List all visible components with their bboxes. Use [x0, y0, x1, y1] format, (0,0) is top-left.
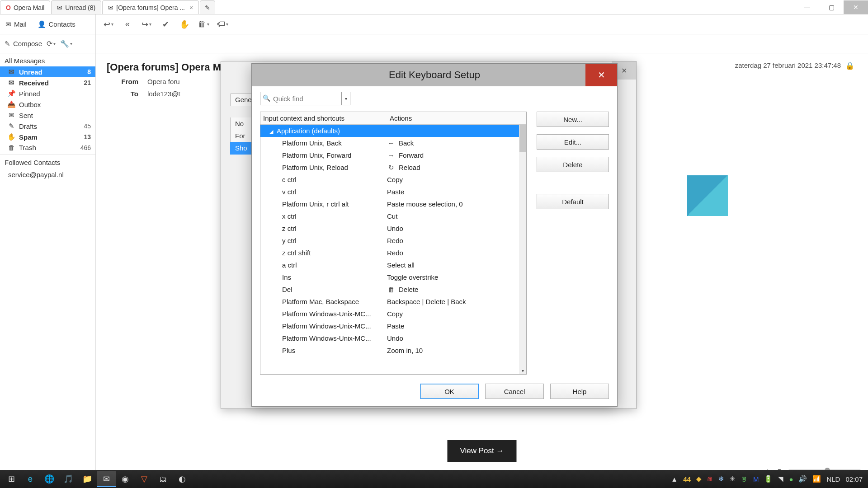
sidebar-item-received[interactable]: ✉Received21 — [0, 77, 95, 88]
tray-volume-icon[interactable]: 🔊 — [798, 475, 807, 483]
shortcut-row[interactable]: InsToggle overstrike — [260, 271, 519, 283]
tab-forum[interactable]: ✉ [Opera forums] Opera ... × — [102, 0, 199, 14]
shortcut-row[interactable]: Del🗑Delete — [260, 283, 519, 296]
start-button[interactable]: ⊞ — [2, 471, 21, 487]
sidebar-item-outbox[interactable]: 📤Outbox — [0, 99, 95, 110]
search-dropdown-button[interactable]: ▾ — [341, 92, 350, 105]
help-button[interactable]: Help — [550, 384, 609, 399]
tray-m-icon[interactable]: M — [753, 475, 759, 483]
shortcut-row[interactable]: v ctrlPaste — [260, 186, 519, 198]
app-tab-opera-mail[interactable]: O Opera Mail — [0, 0, 50, 14]
shortcut-row[interactable]: Platform Unix, r ctrl altPaste mouse sel… — [260, 198, 519, 210]
shortcut-group-application[interactable]: ◢Application (defaults) — [260, 125, 519, 137]
shortcut-action: Paste mouse selection, 0 — [387, 200, 463, 208]
shortcut-row[interactable]: c ctrlCopy — [260, 174, 519, 186]
tray-shield-icon[interactable]: ◆ — [696, 475, 702, 483]
close-tab-icon[interactable]: × — [189, 4, 193, 11]
tab-unread[interactable]: ✉ Unread (8) — [51, 0, 101, 14]
cancel-button[interactable]: Cancel — [485, 384, 544, 399]
tray-status-icon[interactable]: ● — [789, 475, 793, 483]
sidebar-all-messages[interactable]: All Messages — [0, 55, 95, 66]
edit-button[interactable]: Edit... — [537, 134, 609, 150]
shortcut-row[interactable]: x ctrlCut — [260, 210, 519, 222]
tray-temperature[interactable]: 44 — [683, 475, 691, 483]
app-icon[interactable]: ◐ — [173, 471, 192, 487]
list-scrollbar[interactable]: ▾ — [519, 125, 526, 374]
sync-button[interactable]: ⟳▾ — [47, 39, 56, 48]
folder-icon: 🗑 — [7, 144, 15, 151]
view-post-button[interactable]: View Post → — [447, 440, 516, 462]
forward-button[interactable]: ↪▾ — [137, 15, 156, 33]
sidebar-followed-contacts[interactable]: Followed Contacts — [0, 157, 95, 168]
shortcut-key: a ctrl — [260, 261, 387, 269]
tray-app3-icon[interactable]: ◥ — [778, 475, 783, 483]
contacts-view-button[interactable]: 👤Contacts — [32, 14, 81, 34]
brave-icon[interactable]: ▽ — [135, 471, 154, 487]
compose-icon: ✎ — [205, 4, 210, 11]
shortcut-row[interactable]: PlusZoom in, 10 — [260, 344, 519, 357]
sidebar-item-sent[interactable]: ✉Sent — [0, 110, 95, 121]
mark-read-button[interactable]: ✔ — [156, 15, 175, 33]
shortcut-row[interactable]: Platform Windows-Unix-MC...Undo — [260, 332, 519, 344]
reply-button[interactable]: ↩▾ — [99, 15, 118, 33]
reply-all-button[interactable]: « — [118, 15, 137, 33]
mail-icon: ✉ — [108, 4, 113, 11]
chrome-icon[interactable]: ◉ — [116, 471, 135, 487]
shortcut-row[interactable]: y ctrlRedo — [260, 235, 519, 247]
shortcut-row[interactable]: Platform Unix, Reload↻Reload — [260, 161, 519, 174]
music-icon[interactable]: 🎵 — [59, 471, 78, 487]
shortcut-row[interactable]: Platform Windows-Unix-MC...Copy — [260, 308, 519, 320]
shortcut-key: Platform Mac, Backspace — [260, 298, 387, 305]
ok-button[interactable]: OK — [420, 384, 479, 399]
shortcut-action: Reload — [399, 164, 420, 171]
mail-view-button[interactable]: ✉Mail — [0, 14, 32, 34]
col-actions[interactable]: Actions — [387, 114, 526, 122]
sidebar-item-spam[interactable]: ✋Spam13 — [0, 131, 95, 142]
tray-language[interactable]: NLD — [826, 475, 840, 483]
tray-clock[interactable]: 02:07 — [845, 475, 863, 483]
minimize-button[interactable]: — — [795, 0, 819, 14]
col-shortcuts[interactable]: Input context and shortcuts — [260, 114, 387, 122]
delete-button[interactable]: 🗑▾ — [194, 15, 212, 33]
tray-security-icon[interactable]: ⛨ — [741, 475, 748, 483]
new-button[interactable]: New... — [537, 112, 609, 127]
delete-shortcut-button[interactable]: Delete — [537, 157, 609, 172]
shortcut-row[interactable]: Platform Windows-Unix-MC...Paste — [260, 320, 519, 332]
explorer-icon[interactable]: 📁 — [78, 471, 97, 487]
dialog-close-button[interactable]: ✕ — [585, 64, 617, 86]
close-window-button[interactable]: ✕ — [844, 0, 868, 14]
mail-app-icon[interactable]: ✉ — [97, 471, 116, 487]
tray-app2-icon[interactable]: ✳ — [730, 475, 736, 483]
sidebar-item-pinned[interactable]: 📌Pinned — [0, 88, 95, 99]
settings-button[interactable]: 🔧▾ — [60, 39, 72, 48]
tray-chevron-up-icon[interactable]: ▲ — [671, 475, 678, 483]
compose-button[interactable]: ✎Compose — [5, 40, 42, 48]
shortcut-row[interactable]: Platform Unix, Forward→Forward — [260, 149, 519, 161]
new-tab-button[interactable]: ✎ — [200, 0, 215, 14]
quick-find-input[interactable] — [260, 92, 350, 105]
spam-button[interactable]: ✋ — [175, 15, 193, 33]
scrollbar-thumb[interactable] — [519, 125, 526, 152]
maximize-button[interactable]: ▢ — [819, 0, 844, 14]
default-button[interactable]: Default — [537, 194, 609, 209]
sidebar-item-drafts[interactable]: ✎Drafts45 — [0, 121, 95, 131]
scroll-down-icon[interactable]: ▾ — [519, 367, 526, 374]
globe-icon[interactable]: 🌐 — [40, 471, 59, 487]
shortcut-row[interactable]: Platform Unix, Back←Back — [260, 137, 519, 149]
shortcut-row[interactable]: z ctrl shiftRedo — [260, 247, 519, 259]
shortcut-row[interactable]: a ctrlSelect all — [260, 259, 519, 271]
sidebar-contact[interactable]: service@paypal.nl — [0, 168, 95, 181]
folder-icon[interactable]: 🗂 — [154, 471, 173, 487]
quick-find-search: 🔍 ▾ — [260, 92, 350, 105]
sidebar-item-unread[interactable]: ✉Unread8 — [0, 66, 95, 77]
tray-app-icon[interactable]: ❄ — [718, 475, 724, 483]
label-button[interactable]: 🏷▾ — [213, 15, 231, 33]
shortcut-row[interactable]: Platform Mac, BackspaceBackspace | Delet… — [260, 296, 519, 308]
tray-wifi-icon[interactable]: 📶 — [812, 475, 821, 483]
tray-magnet-icon[interactable]: ⋒ — [707, 475, 713, 483]
tray-battery-icon[interactable]: 🔋 — [764, 475, 773, 483]
ie-icon[interactable]: e — [21, 471, 40, 487]
shortcut-action: Select all — [387, 261, 415, 269]
sidebar-item-trash[interactable]: 🗑Trash466 — [0, 142, 95, 153]
shortcut-row[interactable]: z ctrlUndo — [260, 222, 519, 235]
